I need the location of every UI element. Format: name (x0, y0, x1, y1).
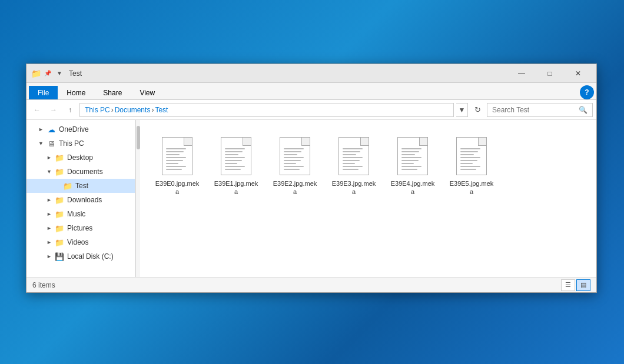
help-button[interactable]: ? (580, 85, 594, 99)
file-icon-wrapper-3 (335, 135, 373, 177)
expand-arrow-desktop: ► (47, 155, 54, 161)
file-line-5-4 (401, 160, 419, 161)
file-line-4-1 (225, 157, 245, 158)
tab-file[interactable]: File (29, 86, 58, 99)
file-item-2[interactable]: E39E2.jpg.meka (268, 131, 321, 201)
sidebar-item-desktop[interactable]: ► 📁 Desktop (26, 151, 135, 165)
address-dropdown[interactable]: ▼ (456, 103, 468, 117)
sidebar-item-onedrive[interactable]: ► ☁ OneDrive (26, 122, 135, 136)
file-line-2-5 (460, 151, 478, 152)
file-icon-lines-1 (221, 148, 251, 170)
ribbon: File Home Share View ? (26, 83, 596, 100)
file-name-4: E39E4.jpg.meka (390, 179, 435, 196)
expand-arrow-downloads: ► (47, 197, 54, 203)
sidebar-label-local-disk: Local Disk (C:) (67, 252, 114, 261)
file-item-3[interactable]: E39E3.jpg.meka (327, 131, 380, 201)
cloud-icon: ☁ (47, 125, 56, 134)
sidebar-item-downloads[interactable]: ► 📁 Downloads (26, 193, 135, 207)
file-line-4-2 (284, 157, 304, 158)
details-view-button[interactable]: ☰ (561, 279, 575, 291)
file-line-6-3 (343, 163, 355, 164)
file-line-1-2 (284, 148, 304, 149)
folder-icon: 📁 (31, 69, 41, 78)
sidebar-item-documents[interactable]: ▼ 📁 Documents (26, 165, 135, 179)
sidebar-item-videos[interactable]: ► 📁 Videos (26, 235, 135, 249)
file-line-7-1 (225, 166, 245, 167)
minimize-button[interactable]: — (508, 65, 535, 82)
tab-home[interactable]: Home (58, 86, 94, 99)
file-line-8-2 (284, 169, 300, 170)
videos-folder-icon: 📁 (55, 238, 64, 247)
file-line-3-2 (284, 154, 297, 155)
pc-icon: 🖥 (47, 139, 56, 148)
file-icon-body-0 (162, 137, 192, 175)
sidebar-scrollbar[interactable] (135, 120, 140, 277)
expand-arrow-videos: ► (47, 239, 54, 245)
file-line-1-5 (460, 148, 480, 149)
sidebar-item-local-disk[interactable]: ► 💾 Local Disk (C:) (26, 249, 135, 263)
path-this-pc[interactable]: This PC (85, 106, 110, 114)
maximize-button[interactable]: □ (536, 65, 563, 82)
file-line-5-3 (343, 160, 360, 161)
path-test[interactable]: Test (155, 106, 168, 114)
file-item-1[interactable]: E39E1.jpg.meka (210, 131, 263, 201)
up-button[interactable]: ↑ (63, 103, 77, 117)
file-icon-body-5 (456, 137, 487, 175)
file-icon-corner-2 (301, 138, 310, 146)
sidebar-label-downloads: Downloads (67, 196, 102, 204)
file-line-5-5 (460, 160, 477, 161)
file-icon-corner-1 (243, 138, 251, 146)
file-area: E39E0.jpg.meka E39E1 (140, 120, 596, 277)
file-icon-body-4 (397, 137, 428, 175)
sidebar-item-test[interactable]: 📁 Test (26, 179, 135, 193)
file-item-5[interactable]: E39E5.jpg.meka (445, 131, 498, 201)
drive-icon: 💾 (55, 252, 64, 261)
file-item-4[interactable]: E39E4.jpg.meka (386, 131, 439, 201)
expand-arrow-pictures: ► (47, 225, 54, 231)
path-sep-2: › (151, 106, 154, 114)
documents-folder-icon: 📁 (55, 167, 64, 176)
file-icon-lines-4 (398, 148, 427, 170)
search-box[interactable]: 🔍 (487, 103, 593, 117)
file-line-8-5 (460, 169, 476, 170)
file-line-7-4 (401, 166, 421, 167)
file-line-8-4 (401, 169, 417, 170)
address-path[interactable]: This PC › Documents › Test (79, 103, 454, 117)
sidebar-item-music[interactable]: ► 📁 Music (26, 207, 135, 221)
search-icon[interactable]: 🔍 (579, 106, 588, 114)
expand-arrow-local-disk: ► (47, 253, 54, 259)
large-icons-view-button[interactable]: ▤ (576, 279, 590, 291)
file-line-7-3 (343, 166, 363, 167)
tab-view[interactable]: View (131, 86, 164, 99)
file-line-8-1 (225, 169, 241, 170)
file-icon-wrapper-0 (158, 135, 196, 177)
sidebar-label-test: Test (75, 182, 88, 190)
search-input[interactable] (492, 106, 576, 114)
sidebar-label-documents: Documents (67, 168, 103, 176)
file-icon-lines-2 (280, 148, 310, 170)
sidebar-label-desktop: Desktop (67, 153, 93, 162)
file-line-1-3 (343, 148, 363, 149)
path-documents[interactable]: Documents (115, 106, 151, 114)
tab-share[interactable]: Share (94, 86, 131, 99)
sidebar-label-this-pc: This PC (59, 139, 84, 148)
file-line-4-3 (343, 157, 363, 158)
expand-arrow-onedrive: ► (38, 126, 45, 132)
refresh-button[interactable]: ↻ (470, 103, 484, 117)
close-button[interactable]: ✕ (565, 65, 592, 82)
downloads-folder-icon: 📁 (55, 195, 64, 205)
file-line-6-1 (225, 163, 237, 164)
file-name-3: E39E3.jpg.meka (331, 179, 376, 196)
sidebar-item-this-pc[interactable]: ▼ 🖥 This PC (26, 136, 135, 151)
file-line-8-0 (166, 169, 182, 170)
file-item-0[interactable]: E39E0.jpg.meka (151, 131, 204, 201)
file-line-1-0 (166, 148, 186, 149)
file-icon-corner-3 (360, 138, 369, 146)
file-icon-lines-3 (339, 148, 369, 170)
music-folder-icon: 📁 (55, 209, 64, 219)
file-icon-body-2 (280, 137, 310, 175)
file-line-7-2 (284, 166, 304, 167)
forward-button[interactable]: → (47, 103, 61, 117)
back-button[interactable]: ← (30, 103, 44, 117)
sidebar-item-pictures[interactable]: ► 📁 Pictures (26, 221, 135, 235)
